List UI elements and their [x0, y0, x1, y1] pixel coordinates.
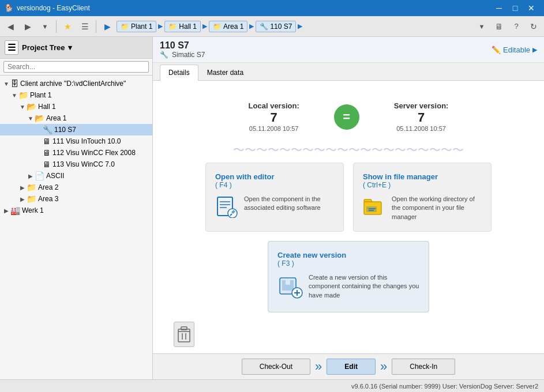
tree-label-110s7: 110 S7: [54, 126, 76, 134]
editable-badge: ✏️ Editable ▶: [492, 46, 537, 54]
tab-content-details: Local version: 7 05.11.2008 10:57 = Serv…: [153, 81, 544, 353]
toolbar-separator-2: [96, 20, 96, 33]
tab-masterdata[interactable]: Master data: [198, 65, 252, 80]
monitor-dropdown-button[interactable]: ▼: [474, 18, 490, 35]
close-button[interactable]: ✕: [523, 0, 539, 16]
tree-arrow-area1[interactable]: ▼: [27, 115, 35, 122]
toolbar-right: ▼ 🖥 ? ↻: [474, 18, 542, 35]
component-title: 110 S7: [160, 40, 205, 51]
bc-sep-2: ▶: [202, 22, 207, 30]
action-cards-row: Open with editor ( F4 ): [162, 163, 535, 232]
status-bar: v9.6.0.16 (Serial number: 9999) User: Ve…: [0, 379, 544, 392]
edit-pencil-icon: ✏️: [492, 46, 501, 54]
wave-separator: 〜〜〜〜〜〜〜〜〜〜〜〜〜〜〜〜〜〜〜〜: [162, 142, 535, 158]
toolbar: ◀ ▶ ▼ ★ ☰ ▶ 📁 Plant 1 ▶ 📁 Hall 1 ▶ 📁 Are…: [0, 16, 544, 37]
local-version-box: Local version: 7 05.11.2008 10:57: [249, 101, 299, 132]
minimize-button[interactable]: ─: [491, 0, 507, 16]
tree-icon-hall1: 📂: [27, 102, 36, 111]
open-editor-card[interactable]: Open with editor ( F4 ): [205, 163, 344, 232]
tree-label-area1: Area 1: [46, 114, 66, 122]
tree-label-werk1: Werk 1: [22, 206, 44, 214]
tree-item-werk1[interactable]: ▶🏭Werk 1: [0, 205, 152, 216]
app-title: versiondog - EasyClient: [17, 4, 90, 12]
tree-item-archive[interactable]: ▼🗄Client archive "D:\vdClientArchive": [0, 78, 152, 89]
tree-arrow-ascii[interactable]: ▶: [27, 173, 35, 179]
breadcrumb-plant1[interactable]: 📁 Plant 1: [117, 21, 156, 32]
project-tree: ▼🗄Client archive "D:\vdClientArchive"▼📁P…: [0, 76, 152, 379]
edit-button[interactable]: Edit: [327, 359, 376, 375]
tree-item-area1[interactable]: ▼📂Area 1: [0, 112, 152, 124]
tree-arrow-area2[interactable]: ▶: [18, 184, 27, 191]
bookmark-button[interactable]: ★: [59, 18, 76, 35]
bc-sep-1: ▶: [158, 22, 163, 30]
create-version-row: Create new version ( F3 ): [162, 241, 535, 312]
create-version-card[interactable]: Create new version ( F3 ): [268, 241, 429, 312]
restore-button[interactable]: □: [507, 0, 523, 16]
tree-arrow-area3[interactable]: ▶: [18, 196, 27, 202]
nav-dropdown-button[interactable]: ▼: [37, 18, 53, 35]
tree-item-area2[interactable]: ▶📁Area 2: [0, 182, 152, 193]
forward-button[interactable]: ▶: [20, 18, 36, 35]
tree-arrow-archive[interactable]: ▼: [2, 81, 10, 87]
status-text: v9.6.0.16 (Serial number: 9999) User: Ve…: [351, 383, 538, 390]
title-bar-left: 🐕 versiondog - EasyClient: [5, 4, 90, 12]
tree-label-hall1: Hall 1: [38, 103, 56, 111]
refresh-button[interactable]: ↻: [526, 18, 542, 35]
tree-icon-werk1: 🏭: [10, 206, 20, 215]
breadcrumb: 📁 Plant 1 ▶ 📁 Hall 1 ▶ 📁 Area 1 ▶ 🔧 110 …: [117, 21, 472, 32]
tree-item-hall1[interactable]: ▼📂Hall 1: [0, 101, 152, 112]
breadcrumb-110s7[interactable]: 🔧 110 S7: [256, 21, 296, 32]
tree-icon-113visu: 🖥: [43, 160, 51, 169]
simatic-icon: 🔧: [160, 51, 168, 59]
tree-arrow-hall1[interactable]: ▼: [18, 104, 27, 110]
app-icon: 🐕: [5, 4, 13, 12]
delete-row: [162, 322, 535, 347]
tree-item-112visu[interactable]: 🖥112 Visu WinCC Flex 2008: [0, 147, 152, 159]
bottom-bar: Check-Out » Edit » Check-In: [153, 353, 544, 379]
tree-item-plant1[interactable]: ▼📁Plant 1: [0, 89, 152, 101]
back-button[interactable]: ◀: [2, 18, 18, 35]
tree-item-110s7[interactable]: 🔧110 S7: [0, 124, 152, 135]
tree-item-113visu[interactable]: 🖥113 Visu WinCC 7.0: [0, 159, 152, 170]
tree-icon-plant1: 📁: [18, 91, 28, 100]
search-input[interactable]: [3, 61, 149, 73]
main-layout: ☰ Project Tree ▾ ▼🗄Client archive "D:\vd…: [0, 37, 544, 379]
bc-sep-3: ▶: [249, 22, 254, 30]
svg-rect-18: [181, 327, 187, 330]
arrow-icon-1: »: [310, 359, 327, 374]
checkin-button[interactable]: Check-In: [392, 359, 455, 375]
delete-button[interactable]: [174, 322, 194, 347]
tree-item-area3[interactable]: ▶📁Area 3: [0, 193, 152, 205]
tab-details[interactable]: Details: [160, 65, 198, 81]
tabs-bar: Details Master data: [153, 63, 544, 81]
tree-item-111visu[interactable]: 🖥111 Visu InTouch 10.0: [0, 135, 152, 147]
breadcrumb-area1[interactable]: 📁 Area 1: [209, 21, 247, 32]
tree-label-ascii: ASCII: [46, 172, 64, 180]
tree-item-ascii[interactable]: ▶📄ASCII: [0, 170, 152, 182]
tree-arrow-plant1[interactable]: ▼: [10, 92, 18, 99]
tree-arrow-werk1[interactable]: ▶: [2, 208, 10, 214]
list-button[interactable]: ☰: [77, 18, 93, 35]
help-button[interactable]: ?: [508, 18, 524, 35]
breadcrumb-hall1[interactable]: 📁 Hall 1: [164, 21, 201, 32]
tree-icon-archive: 🗄: [10, 79, 18, 88]
version-section: Local version: 7 05.11.2008 10:57 = Serv…: [162, 90, 535, 138]
editable-dropdown-icon[interactable]: ▶: [532, 46, 537, 54]
tree-label-plant1: Plant 1: [30, 91, 51, 99]
component-info: 110 S7 🔧 Simatic S7: [160, 40, 205, 59]
checkout-button[interactable]: Check-Out: [242, 359, 310, 375]
component-subtitle: 🔧 Simatic S7: [160, 51, 205, 59]
bc-sep-4: ▶: [298, 22, 302, 30]
sidebar-tree-icon: ☰: [5, 40, 18, 55]
folder-icon-2: 📁: [168, 22, 177, 31]
content-header: 110 S7 🔧 Simatic S7 ✏️ Editable ▶: [153, 37, 544, 63]
tree-icon-area3: 📁: [27, 194, 36, 203]
bc-arrow-left[interactable]: ▶: [99, 18, 115, 35]
tree-icon-area1: 📂: [35, 114, 44, 123]
show-filemanager-card[interactable]: Show in file manager ( Ctrl+E ): [353, 163, 492, 232]
tree-icon-area2: 📁: [27, 183, 36, 192]
open-editor-icon: [215, 195, 238, 222]
sidebar-header: ☰ Project Tree ▾: [0, 37, 152, 59]
monitor-button[interactable]: 🖥: [491, 18, 507, 35]
title-bar: 🐕 versiondog - EasyClient ─ □ ✕: [0, 0, 544, 16]
